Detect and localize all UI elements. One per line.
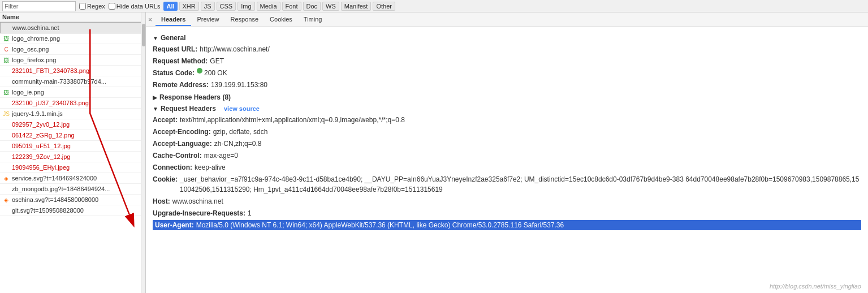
file-name: logo_firefox.png	[12, 57, 56, 63]
file-list-item[interactable]: www.oschina.net	[0, 22, 145, 33]
tabs-bar: × HeadersPreviewResponseCookiesTiming	[146, 12, 868, 27]
img-icon: 🖼	[2, 56, 10, 64]
regex-label: Regex	[79, 3, 105, 10]
file-icon	[2, 163, 10, 171]
file-list-item[interactable]: 19094956_EHyi.jpeg	[0, 162, 145, 173]
general-section-header: General	[153, 34, 861, 42]
filter-doc-btn[interactable]: Doc	[303, 2, 321, 11]
file-icon	[2, 185, 10, 193]
img-icon: 🖼	[2, 88, 10, 96]
file-name: community-main-7333807b97d4...	[12, 78, 106, 85]
hide-data-urls-label: Hide data URLs	[109, 3, 161, 10]
filter-type-buttons: All XHR JS CSS Img Media Font Doc WS Man…	[163, 2, 395, 11]
status-code-key: Status Code:	[153, 68, 195, 78]
file-name: zb_mongodb.jpg?t=18486494924...	[12, 186, 110, 192]
user-agent-val: Mozilla/5.0 (Windows NT 6.1; Win64; x64)…	[196, 221, 564, 229]
tab-response[interactable]: Response	[225, 14, 265, 25]
file-list-item[interactable]: 122239_9Zov_12.jpg	[0, 152, 145, 162]
file-list-item[interactable]: community-main-7333807b97d4...	[0, 76, 145, 87]
filter-ws-btn[interactable]: WS	[322, 2, 339, 11]
file-list-item[interactable]: 095019_uF51_12.jpg	[0, 141, 145, 152]
file-list-item[interactable]: 🖼logo_chrome.png	[0, 33, 145, 44]
accept-val: text/html,application/xhtml+xml,applicat…	[180, 115, 405, 125]
file-name: 19094956_EHyi.jpeg	[12, 164, 70, 171]
file-name: 232101_FBTI_2340783.png	[12, 67, 89, 74]
response-headers-triangle	[153, 94, 157, 101]
file-icon	[3, 24, 11, 32]
connection-key: Connection:	[153, 162, 192, 173]
filter-manifest-btn[interactable]: Manifest	[341, 2, 372, 11]
filter-media-btn[interactable]: Media	[257, 2, 280, 11]
cookie-key: Cookie:	[153, 174, 178, 195]
request-headers-title: Request Headers	[161, 105, 216, 113]
tab-timing[interactable]: Timing	[298, 14, 328, 25]
tab-cookies[interactable]: Cookies	[264, 14, 298, 25]
watermark: http://blog.csdn.net/miss_yingliao	[770, 283, 861, 290]
regex-checkbox[interactable]	[79, 3, 86, 10]
js-icon: JS	[2, 110, 10, 118]
cache-control-val: max-age=0	[204, 150, 238, 161]
hide-data-urls-checkbox[interactable]	[109, 3, 115, 10]
filter-all-btn[interactable]: All	[163, 2, 177, 11]
filter-img-btn[interactable]: Img	[237, 2, 254, 11]
request-method-val: GET	[210, 56, 224, 66]
file-list-item[interactable]: 092957_2yv0_12.jpg	[0, 119, 145, 130]
file-list-item[interactable]: Clogo_osc.png	[0, 44, 145, 55]
file-list-item[interactable]: git.svg?t=1509508828000	[0, 205, 145, 216]
file-list-item[interactable]: 🖼logo_firefox.png	[0, 55, 145, 66]
column-name: Name	[2, 14, 143, 20]
upgrade-row: Upgrade-Insecure-Requests: 1	[153, 208, 861, 218]
remote-address-key: Remote Address:	[153, 80, 209, 90]
cookie-row: Cookie: _user_behavior_=a7f91c9a-974c-48…	[153, 174, 861, 195]
filter-other-btn[interactable]: Other	[373, 2, 395, 11]
file-list-item[interactable]: 232100_jU37_2340783.png	[0, 98, 145, 109]
file-list-items: www.oschina.net🖼logo_chrome.pngClogo_osc…	[0, 22, 145, 216]
file-list-item[interactable]: JSjquery-1.9.1.min.js	[0, 109, 145, 119]
status-code-val: 200 OK	[204, 68, 227, 78]
tab-close-btn[interactable]: ×	[148, 16, 152, 24]
request-url-key: Request URL:	[153, 44, 197, 54]
cache-control-row: Cache-Control: max-age=0	[153, 150, 861, 161]
file-list-item[interactable]: zb_mongodb.jpg?t=18486494924...	[0, 184, 145, 195]
file-list-item[interactable]: 232101_FBTI_2340783.png	[0, 66, 145, 76]
file-name: 061422_zGRg_12.png	[12, 132, 75, 139]
file-name: jquery-1.9.1.min.js	[12, 110, 63, 117]
cookie-val: _user_behavior_=a7f91c9a-974c-48e3-9c11-…	[180, 174, 861, 195]
response-headers-section-header: Response Headers (8)	[153, 93, 861, 101]
general-title: General	[161, 34, 186, 42]
filter-js-btn[interactable]: JS	[201, 2, 215, 11]
accept-language-key: Accept-Language:	[153, 139, 212, 149]
file-icon	[2, 206, 10, 214]
request-headers-section-header: Request Headers view source	[153, 105, 861, 113]
scroll-thumb	[142, 24, 145, 46]
accept-language-row: Accept-Language: zh-CN,zh;q=0.8	[153, 139, 861, 149]
connection-val: keep-alive	[195, 162, 226, 173]
tab-preview[interactable]: Preview	[191, 14, 224, 25]
tab-headers[interactable]: Headers	[156, 14, 191, 26]
user-agent-row: User-Agent: Mozilla/5.0 (Windows NT 6.1;…	[153, 220, 861, 230]
file-list-header: Name	[0, 12, 145, 22]
file-list-item[interactable]: 061422_zGRg_12.png	[0, 130, 145, 141]
scroll-indicator[interactable]	[141, 12, 145, 293]
view-source-link[interactable]: view source	[224, 105, 260, 112]
accept-encoding-row: Accept-Encoding: gzip, deflate, sdch	[153, 127, 861, 137]
file-name: 092957_2yv0_12.jpg	[12, 121, 70, 128]
file-list-panel: Name www.oschina.net🖼logo_chrome.pngClog…	[0, 12, 146, 293]
filter-font-btn[interactable]: Font	[282, 2, 301, 11]
filter-input[interactable]	[2, 1, 76, 11]
img-icon: 🖼	[2, 35, 10, 42]
filter-bar: Regex Hide data URLs All XHR JS CSS Img …	[0, 0, 868, 12]
file-icon	[2, 131, 10, 139]
filter-xhr-btn[interactable]: XHR	[179, 2, 199, 11]
host-key: Host:	[153, 196, 170, 206]
filter-css-btn[interactable]: CSS	[217, 2, 236, 11]
file-name: 232100_jU37_2340783.png	[12, 100, 89, 106]
file-list-item[interactable]: ◈oschina.svg?t=1484580008000	[0, 195, 145, 205]
file-name: oschina.svg?t=1484580008000	[12, 196, 98, 203]
file-list-item[interactable]: 🖼logo_ie.png	[0, 87, 145, 98]
accept-encoding-val: gzip, deflate, sdch	[213, 127, 268, 137]
file-list-item[interactable]: ◈service.svg?t=1484694924000	[0, 173, 145, 184]
host-val: www.oschina.net	[172, 196, 223, 206]
cache-control-key: Cache-Control:	[153, 150, 202, 161]
user-agent-key: User-Agent:	[155, 221, 194, 229]
